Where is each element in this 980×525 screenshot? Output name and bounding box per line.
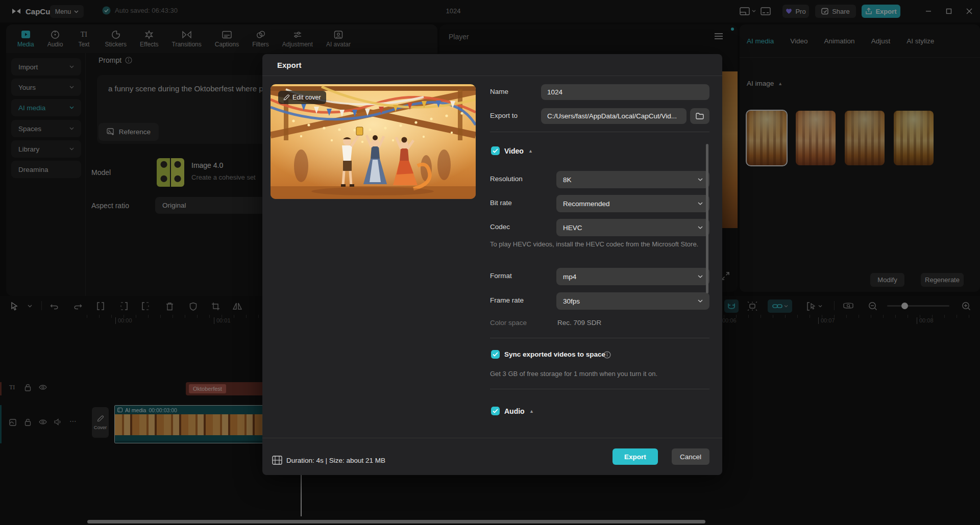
pencil-icon (283, 94, 289, 101)
sync-checkbox[interactable] (491, 350, 500, 359)
format-label: Format (490, 272, 512, 280)
chevron-down-icon (698, 178, 703, 181)
chevron-down-icon (698, 226, 703, 229)
colorspace-label: Color space (490, 319, 527, 327)
edit-cover-button[interactable]: Edit cover (278, 91, 326, 104)
codec-dropdown[interactable]: HEVC (556, 219, 709, 236)
export-path-value: C:/Users/fast/AppData/Local/CapCut/Vid..… (547, 112, 677, 120)
bitrate-label: Bit rate (490, 199, 512, 207)
export-to-label: Export to (490, 112, 518, 119)
codec-label: Codec (490, 223, 510, 231)
framerate-dropdown[interactable]: 30fps (556, 292, 709, 310)
resolution-value: 8K (563, 176, 572, 184)
audio-collapse-icon[interactable]: ▲ (529, 409, 534, 414)
format-value: mp4 (563, 273, 576, 281)
section-divider (490, 338, 709, 338)
video-section-label: Video (504, 147, 524, 155)
export-dialog: Export (262, 54, 722, 475)
folder-icon (696, 113, 704, 119)
audio-section-label: Audio (504, 407, 525, 415)
dialog-header-divider (262, 76, 722, 76)
edit-cover-label: Edit cover (292, 94, 321, 101)
section-divider (490, 132, 709, 132)
bitrate-value: Recommended (563, 200, 610, 208)
film-icon (272, 456, 282, 465)
chevron-down-icon (698, 299, 703, 303)
name-input[interactable]: 1024 (541, 84, 709, 100)
hevc-note: To play HEVC videos, install the HEVC co… (490, 240, 715, 249)
dialog-title: Export (277, 61, 302, 69)
browse-folder-button[interactable] (690, 108, 709, 124)
colorspace-value: Rec. 709 SDR (557, 319, 601, 327)
capcut-window: CapCut Menu Auto saved: 06:43:30 1024 Pr… (0, 0, 980, 525)
codec-value: HEVC (563, 224, 582, 232)
export-summary: Duration: 4s | Size: about 21 MB (286, 457, 385, 464)
video-collapse-icon[interactable]: ▲ (528, 148, 533, 154)
audio-checkbox[interactable] (491, 407, 500, 415)
chevron-down-icon (698, 202, 703, 205)
dialog-export-button[interactable]: Export (612, 448, 658, 465)
sync-label: Sync exported videos to space (504, 351, 605, 358)
export-path-input[interactable]: C:/Users/fast/AppData/Local/CapCut/Vid..… (541, 108, 687, 124)
section-divider (490, 389, 709, 389)
export-cover-preview[interactable]: Edit cover (271, 84, 476, 199)
name-label: Name (490, 88, 508, 95)
framerate-label: Frame rate (490, 296, 524, 304)
dialog-scrollbar[interactable] (706, 144, 708, 293)
info-icon[interactable] (603, 351, 611, 359)
name-value: 1024 (547, 88, 562, 96)
video-checkbox[interactable] (491, 146, 500, 155)
chevron-down-icon (698, 275, 703, 278)
format-dropdown[interactable]: mp4 (556, 268, 709, 285)
dialog-footer-divider (262, 438, 722, 438)
resolution-label: Resolution (490, 175, 523, 183)
bitrate-dropdown[interactable]: Recommended (556, 195, 709, 212)
framerate-value: 30fps (563, 297, 580, 305)
sync-note: Get 3 GB of free storage for 1 month whe… (490, 369, 715, 379)
resolution-dropdown[interactable]: 8K (556, 171, 709, 188)
dialog-cancel-button[interactable]: Cancel (672, 448, 709, 465)
